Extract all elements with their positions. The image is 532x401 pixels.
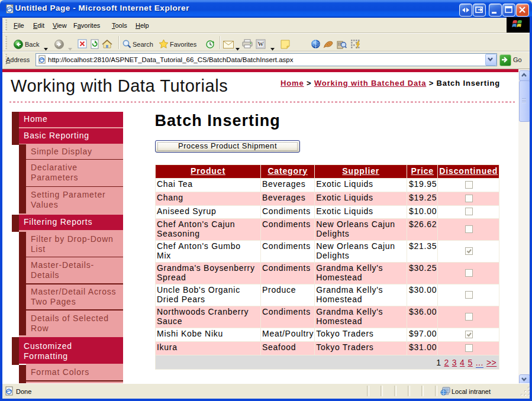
- svg-text:W: W: [258, 41, 264, 47]
